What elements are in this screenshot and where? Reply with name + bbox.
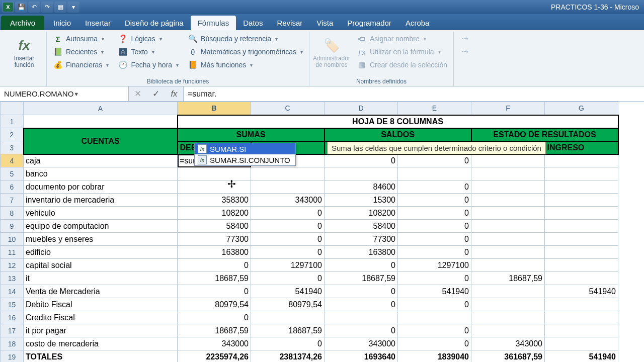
cell[interactable]: vehiculo bbox=[24, 207, 178, 220]
cell[interactable]: 0 bbox=[325, 298, 398, 311]
cell[interactable]: 541940 bbox=[545, 350, 618, 363]
cell[interactable]: 361687,59 bbox=[471, 350, 545, 363]
cell[interactable]: 2235974,26 bbox=[178, 350, 251, 363]
tab-programador[interactable]: Programador bbox=[340, 16, 398, 30]
column-header-F[interactable]: F bbox=[471, 102, 545, 115]
row-header[interactable]: 19 bbox=[1, 350, 24, 363]
row-header[interactable]: 6 bbox=[1, 180, 24, 194]
datetime-button[interactable]: 🕐Fecha y hora▾ bbox=[116, 59, 181, 71]
cell[interactable]: 77300 bbox=[178, 233, 251, 246]
cell[interactable] bbox=[471, 324, 545, 337]
row-header[interactable]: 5 bbox=[1, 167, 24, 180]
cell[interactable]: TOTALES bbox=[24, 350, 178, 363]
math-button[interactable]: θMatemáticas y trigonométricas▾ bbox=[186, 46, 305, 58]
cell[interactable] bbox=[545, 220, 618, 233]
cell[interactable] bbox=[545, 194, 618, 207]
cell[interactable] bbox=[545, 311, 618, 324]
cell[interactable]: 0 bbox=[325, 285, 398, 298]
cell[interactable] bbox=[178, 167, 251, 180]
select-all-corner[interactable] bbox=[1, 102, 24, 115]
cell[interactable] bbox=[471, 194, 545, 207]
tab-diseño-de-página[interactable]: Diseño de página bbox=[118, 16, 191, 30]
redo-icon[interactable]: ↷ bbox=[41, 2, 53, 13]
cell[interactable]: 1839040 bbox=[398, 350, 471, 363]
cell[interactable]: inventario de mercaderia bbox=[24, 194, 178, 207]
financial-button[interactable]: 💰Financieras▾ bbox=[51, 59, 111, 71]
cell[interactable] bbox=[398, 167, 471, 180]
cell[interactable] bbox=[251, 167, 325, 180]
cell[interactable]: 541940 bbox=[251, 285, 325, 298]
cell[interactable] bbox=[545, 259, 618, 272]
row-header[interactable]: 18 bbox=[1, 337, 24, 350]
row-header[interactable]: 14 bbox=[1, 285, 24, 298]
cell[interactable]: 58400 bbox=[178, 220, 251, 233]
cell[interactable]: 343000 bbox=[251, 194, 325, 207]
cell[interactable]: 0 bbox=[325, 324, 398, 337]
cell[interactable]: 0 bbox=[398, 337, 471, 350]
cell[interactable] bbox=[471, 285, 545, 298]
save-icon[interactable]: 💾 bbox=[15, 2, 27, 13]
cell[interactable]: 1693640 bbox=[325, 350, 398, 363]
define-name-button[interactable]: 🏷Asignar nombre▾ bbox=[355, 33, 449, 45]
cell[interactable]: 0 bbox=[398, 207, 471, 220]
header-estado[interactable]: ESTADO DE RESULTADOS bbox=[471, 128, 618, 141]
cell[interactable] bbox=[471, 180, 545, 194]
cell[interactable] bbox=[545, 154, 618, 167]
row-header[interactable]: 3 bbox=[1, 141, 24, 154]
create-from-selection-button[interactable]: ▦Crear desde la selección bbox=[355, 59, 449, 71]
cell[interactable] bbox=[251, 180, 325, 194]
cell[interactable]: 80979,54 bbox=[178, 298, 251, 311]
cell[interactable]: edificio bbox=[24, 246, 178, 259]
row-header[interactable]: 12 bbox=[1, 259, 24, 272]
cell[interactable] bbox=[325, 311, 398, 324]
cell[interactable]: 343000 bbox=[178, 337, 251, 350]
more-functions-button[interactable]: 📙Más funciones▾ bbox=[186, 59, 305, 71]
cell[interactable]: 0 bbox=[398, 298, 471, 311]
cell[interactable] bbox=[471, 167, 545, 180]
cell[interactable] bbox=[325, 167, 398, 180]
cell[interactable] bbox=[545, 207, 618, 220]
cell[interactable]: muebles y enseres bbox=[24, 233, 178, 246]
cell[interactable]: 0 bbox=[325, 259, 398, 272]
trace-icon[interactable]: ⤳ bbox=[458, 33, 472, 45]
cell[interactable] bbox=[398, 311, 471, 324]
column-header-G[interactable]: G bbox=[545, 102, 618, 115]
column-header-A[interactable]: A bbox=[24, 102, 178, 115]
cell[interactable] bbox=[471, 246, 545, 259]
cell[interactable] bbox=[471, 220, 545, 233]
column-header-D[interactable]: D bbox=[325, 102, 398, 115]
cell[interactable]: 0 bbox=[251, 233, 325, 246]
excel-app-icon[interactable]: X bbox=[2, 2, 14, 13]
tab-file[interactable]: Archivo bbox=[1, 16, 44, 30]
cell[interactable]: 0 bbox=[251, 207, 325, 220]
row-header[interactable]: 11 bbox=[1, 246, 24, 259]
row-header[interactable]: 10 bbox=[1, 233, 24, 246]
header-sumas[interactable]: SUMAS bbox=[178, 128, 325, 141]
cell[interactable]: Debito Fiscal bbox=[24, 298, 178, 311]
cancel-formula-icon[interactable]: ✕ bbox=[129, 88, 147, 99]
cell[interactable]: 0 bbox=[398, 154, 471, 167]
cell[interactable] bbox=[471, 207, 545, 220]
cell[interactable]: Venta de Mercaderia bbox=[24, 285, 178, 298]
cell[interactable]: 15300 bbox=[325, 194, 398, 207]
accept-formula-icon[interactable]: ✓ bbox=[147, 88, 165, 99]
cell[interactable]: equipo de computacion bbox=[24, 220, 178, 233]
cell[interactable]: caja bbox=[24, 154, 178, 167]
cell[interactable]: 18687,59 bbox=[325, 272, 398, 285]
cell[interactable]: 0 bbox=[398, 272, 471, 285]
cell[interactable]: 0 bbox=[398, 180, 471, 194]
cell[interactable] bbox=[471, 259, 545, 272]
recent-button[interactable]: 📗Recientes▾ bbox=[51, 46, 111, 58]
row-header[interactable]: 16 bbox=[1, 311, 24, 324]
cell[interactable]: 1297100 bbox=[251, 259, 325, 272]
cell[interactable]: 58400 bbox=[325, 220, 398, 233]
cell[interactable]: 18687,59 bbox=[251, 324, 325, 337]
cell[interactable]: 0 bbox=[398, 220, 471, 233]
formula-input[interactable]: =sumar. bbox=[184, 86, 644, 101]
cell[interactable] bbox=[24, 115, 178, 128]
cell[interactable]: documento por cobrar bbox=[24, 180, 178, 194]
cell[interactable] bbox=[545, 180, 618, 194]
cell[interactable]: 80979,54 bbox=[251, 298, 325, 311]
cell[interactable] bbox=[545, 233, 618, 246]
row-header[interactable]: 15 bbox=[1, 298, 24, 311]
